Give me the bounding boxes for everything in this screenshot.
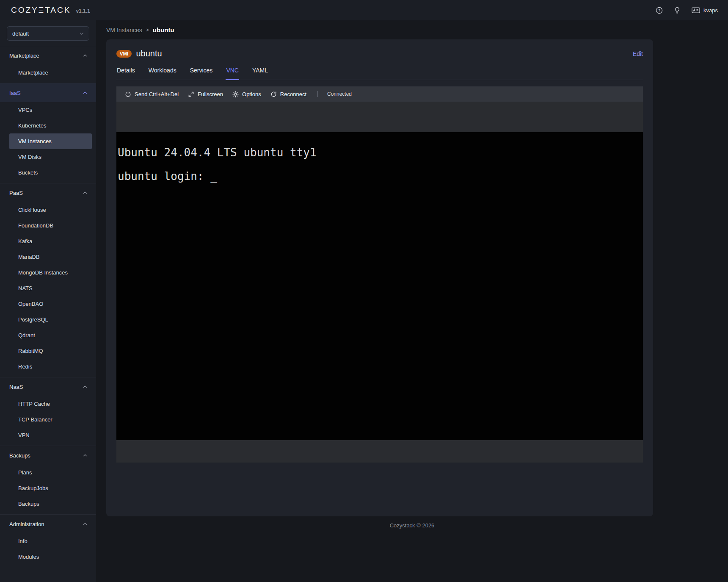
section-label: Backups — [9, 452, 30, 459]
section-label: Administration — [9, 521, 44, 527]
sidebar-section-header-administration[interactable]: Administration — [0, 515, 96, 533]
main-content: VM Instances > ubuntu VMI ubuntu Edit De… — [96, 20, 728, 582]
fullscreen-label: Fullscreen — [198, 91, 223, 97]
chevron-down-icon — [79, 30, 85, 36]
terminal-line: ubuntu login: _ — [118, 170, 642, 182]
footer-copyright: Cozystack © 2026 — [96, 522, 728, 533]
sidebar-section-iaas: IaaSVPCsKubernetesVM InstancesVM DisksBu… — [0, 83, 96, 183]
chevron-up-icon — [83, 90, 88, 95]
reconnect-label: Reconnect — [280, 91, 306, 97]
vnc-toolbar: Send Ctrl+Alt+Del Fullscreen Option — [116, 86, 643, 102]
sidebar-item-vm-disks[interactable]: VM Disks — [9, 149, 92, 165]
id-card-icon — [692, 7, 700, 14]
sidebar-section-header-paas[interactable]: PaaS — [0, 183, 96, 202]
sidebar-item-foundationdb[interactable]: FoundationDB — [9, 218, 92, 233]
sidebar-item-plans[interactable]: Plans — [9, 465, 92, 480]
sidebar-item-qdrant[interactable]: Qdrant — [9, 327, 92, 343]
sidebar-section-naas: NaaSHTTP CacheTCP BalancerVPN — [0, 377, 96, 446]
options-button[interactable]: Options — [232, 91, 261, 97]
connection-status: Connected — [327, 91, 352, 97]
app-root: COZYΞTACK v1.1.1 ? — [0, 0, 728, 582]
breadcrumb-separator: > — [146, 27, 149, 33]
sidebar-item-vpn[interactable]: VPN — [9, 427, 92, 443]
sidebar-section-administration: AdministrationInfoModules — [0, 514, 96, 567]
terminal-cursor: _ — [210, 170, 217, 183]
page-body: default MarketplaceMarketplaceIaaSVPCsKu… — [0, 20, 728, 582]
sidebar-item-rabbitmq[interactable]: RabbitMQ — [9, 343, 92, 359]
options-label: Options — [242, 91, 261, 97]
sidebar-item-vm-instances[interactable]: VM Instances — [9, 133, 92, 149]
reconnect-button[interactable]: Reconnect — [270, 91, 306, 97]
sidebar-item-redis[interactable]: Redis — [9, 359, 92, 374]
vnc-terminal-screen[interactable]: Ubuntu 24.04.4 LTS ubuntu tty1 ubuntu lo… — [116, 132, 643, 440]
sidebar-section-marketplace: MarketplaceMarketplace — [0, 46, 96, 83]
namespace-select-value: default — [12, 30, 29, 37]
fullscreen-icon — [188, 91, 194, 97]
sidebar-item-tcp-balancer[interactable]: TCP Balancer — [9, 412, 92, 427]
sidebar-item-kubernetes[interactable]: Kubernetes — [9, 118, 92, 133]
fullscreen-button[interactable]: Fullscreen — [188, 91, 223, 97]
sidebar-section-header-iaas[interactable]: IaaS — [0, 83, 96, 102]
sidebar-item-vpcs[interactable]: VPCs — [9, 102, 92, 118]
namespace-select[interactable]: default — [7, 26, 89, 41]
terminal-line — [118, 158, 642, 170]
sidebar-nav: MarketplaceMarketplaceIaaSVPCsKubernetes… — [0, 46, 96, 567]
sidebar-item-clickhouse[interactable]: ClickHouse — [9, 202, 92, 218]
vmi-badge: VMI — [116, 50, 132, 58]
logo-wrap: COZYΞTACK v1.1.1 — [11, 6, 90, 15]
chevron-up-icon — [83, 53, 88, 58]
status-divider — [317, 91, 318, 97]
lightbulb-icon[interactable] — [674, 7, 681, 14]
sidebar-item-postgresql[interactable]: PostgreSQL — [9, 312, 92, 327]
sidebar-item-marketplace[interactable]: Marketplace — [9, 65, 92, 80]
sidebar-section-paas: PaaSClickHouseFoundationDBKafkaMariaDBMo… — [0, 183, 96, 377]
sidebar-item-mongodb-instances[interactable]: MongoDB Instances — [9, 265, 92, 280]
breadcrumb-parent[interactable]: VM Instances — [106, 27, 142, 33]
power-icon — [125, 91, 131, 97]
terminal-line: Ubuntu 24.04.4 LTS ubuntu tty1 — [118, 147, 642, 158]
sidebar: default MarketplaceMarketplaceIaaSVPCsKu… — [0, 20, 96, 582]
gear-icon — [232, 91, 239, 97]
card-header: VMI ubuntu Edit — [116, 39, 643, 58]
tab-bar: DetailsWorkloadsServicesVNCYAML — [116, 67, 643, 80]
vnc-viewport[interactable]: Ubuntu 24.04.4 LTS ubuntu tty1 ubuntu lo… — [116, 102, 643, 463]
chevron-up-icon — [83, 453, 88, 458]
sidebar-section-header-backups[interactable]: Backups — [0, 446, 96, 465]
section-label: IaaS — [9, 90, 21, 96]
sidebar-section-header-marketplace[interactable]: Marketplace — [0, 46, 96, 65]
top-bar: COZYΞTACK v1.1.1 ? — [0, 0, 728, 20]
breadcrumb-current: ubuntu — [153, 26, 174, 33]
topbar-actions: ? kvaps — [656, 7, 718, 14]
breadcrumb: VM Instances > ubuntu — [96, 26, 728, 39]
section-label: NaaS — [9, 384, 23, 390]
sidebar-item-mariadb[interactable]: MariaDB — [9, 249, 92, 265]
tab-details[interactable]: Details — [116, 67, 135, 80]
sidebar-section-header-naas[interactable]: NaaS — [0, 377, 96, 396]
sidebar-item-backupjobs[interactable]: BackupJobs — [9, 480, 92, 496]
help-icon[interactable]: ? — [656, 7, 663, 14]
reconnect-icon — [270, 91, 277, 97]
sidebar-item-backups[interactable]: Backups — [9, 496, 92, 512]
tab-yaml[interactable]: YAML — [252, 67, 268, 80]
user-menu[interactable]: kvaps — [692, 7, 718, 14]
section-label: PaaS — [9, 190, 23, 196]
sidebar-item-openbao[interactable]: OpenBAO — [9, 296, 92, 312]
tab-services[interactable]: Services — [190, 67, 213, 80]
chevron-up-icon — [83, 384, 88, 389]
page-title: ubuntu — [136, 49, 162, 58]
send-ctrl-alt-del-button[interactable]: Send Ctrl+Alt+Del — [125, 91, 179, 97]
sidebar-item-modules[interactable]: Modules — [9, 549, 92, 565]
vmi-card: VMI ubuntu Edit DetailsWorkloadsServices… — [106, 39, 653, 516]
chevron-up-icon — [83, 190, 88, 195]
tab-workloads[interactable]: Workloads — [148, 67, 177, 80]
svg-text:?: ? — [658, 8, 660, 12]
sidebar-item-info[interactable]: Info — [9, 533, 92, 549]
edit-button[interactable]: Edit — [633, 50, 643, 57]
sidebar-item-nats[interactable]: NATS — [9, 280, 92, 296]
sidebar-item-http-cache[interactable]: HTTP Cache — [9, 396, 92, 412]
chevron-up-icon — [83, 521, 88, 527]
sidebar-item-buckets[interactable]: Buckets — [9, 165, 92, 180]
tab-vnc[interactable]: VNC — [226, 67, 239, 80]
sidebar-item-kafka[interactable]: Kafka — [9, 233, 92, 249]
app-logo: COZYΞTACK — [11, 6, 71, 15]
